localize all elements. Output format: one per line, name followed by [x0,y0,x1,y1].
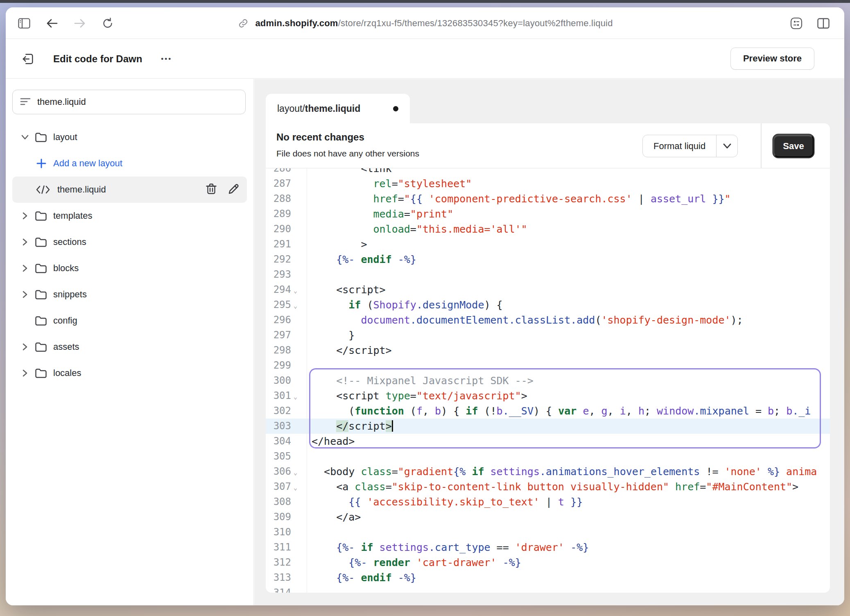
code-line-310[interactable]: 310 [266,525,830,540]
line-number: 289 [266,206,291,222]
more-actions-button[interactable]: ••• [161,55,172,63]
folder-icon [32,211,50,221]
address-bar[interactable]: admin.shopify.com/store/rzq1xu-f5/themes… [6,7,844,39]
code-text: {%- endif -%} [312,252,416,267]
code-line-312[interactable]: 312 {%- render 'cart-drawer' -%} [266,555,830,570]
line-number: 307 [266,479,291,494]
chevron-down-icon[interactable] [716,135,737,157]
tab-theme-liquid[interactable]: layout/theme.liquid [266,94,410,124]
code-line-291[interactable]: 291 > [266,237,830,252]
file-search-box[interactable] [12,90,246,114]
code-line-311[interactable]: 311 {%- if settings.cart_type == 'drawer… [266,540,830,555]
fold-chevron-icon[interactable]: ⌄ [294,299,303,314]
split-view-icon[interactable] [817,17,830,29]
code-text: <script> [312,282,386,297]
code-line-294[interactable]: 294⌄ <script> [266,282,830,297]
code-line-305[interactable]: 305 [266,449,830,464]
tree-item-label: locales [53,368,81,378]
code-line-296[interactable]: 296 document.documentElement.classList.a… [266,313,830,328]
code-line-302[interactable]: 302 (function (f, b) { if (!b.__SV) { va… [266,403,830,419]
line-number: 302 [266,403,291,419]
sidebar-item-layout[interactable]: layout [12,124,247,150]
code-text: {%- if settings.cart_type == 'drawer' -%… [312,540,589,555]
sidebar-item-blocks[interactable]: blocks [12,255,247,281]
unsaved-dot [393,106,398,111]
code-line-301[interactable]: 301⌄ <script type="text/javascript"> [266,388,830,403]
code-line-293[interactable]: 293 [266,267,830,282]
line-number: 295 [266,297,291,313]
code-line-288[interactable]: 288 href="{{ 'component-predictive-searc… [266,191,830,206]
code-line-299[interactable]: 299 [266,358,830,373]
chevron-right-icon[interactable] [18,343,32,351]
delete-file-icon[interactable] [206,183,217,196]
chevron-down-icon[interactable] [18,135,32,140]
sidebar-item-locales[interactable]: locales [12,360,247,386]
file-tree: layoutAdd a new layouttheme.liquidtempla… [12,124,247,386]
format-liquid-button[interactable]: Format liquid [642,135,738,157]
sidebar-item-snippets[interactable]: snippets [12,281,247,308]
code-line-290[interactable]: 290 onload="this.media='all'" [266,222,830,237]
line-number: 299 [266,358,291,373]
line-number: 290 [266,222,291,237]
add-layout-label: Add a new layout [53,158,122,169]
chevron-right-icon[interactable] [18,212,32,220]
sidebar-item-theme-liquid[interactable]: theme.liquid [12,177,247,203]
code-text: > [312,237,367,252]
fold-chevron-icon[interactable]: ⌄ [294,283,303,299]
sidebar-add-layout[interactable]: Add a new layout [12,150,247,177]
search-input[interactable] [37,97,238,107]
code-text: onload="this.media='all'" [312,222,527,237]
code-editor[interactable]: 286 <link287 rel="stylesheet"288 href="{… [266,168,830,593]
chevron-right-icon[interactable] [18,369,32,377]
code-text: {{ 'accessibility.skip_to_text' | t }} [312,494,583,510]
preview-store-button[interactable]: Preview store [730,48,814,70]
code-line-307[interactable]: 307⌄ <a class="skip-to-content-link butt… [266,479,830,494]
code-text: </a> [312,510,361,525]
line-number: 292 [266,252,291,267]
chevron-right-icon[interactable] [18,291,32,298]
line-number: 298 [266,343,291,358]
editor-main: layout/theme.liquid No recent changes Fi… [254,79,844,605]
code-line-297[interactable]: 297 } [266,328,830,343]
code-line-303[interactable]: 303 </script> [266,419,830,434]
code-line-295[interactable]: 295⌄ if (Shopify.designMode) { [266,297,830,313]
code-line-308[interactable]: 308 {{ 'accessibility.skip_to_text' | t … [266,494,830,510]
chevron-right-icon[interactable] [18,238,32,246]
code-text: if (Shopify.designMode) { [312,297,503,313]
exit-editor-icon[interactable] [22,53,34,65]
line-number: 294 [266,282,291,297]
fold-chevron-icon[interactable]: ⌄ [294,480,303,496]
rename-file-icon[interactable] [228,183,240,196]
code-line-314[interactable]: 314 [266,585,830,593]
code-line-300[interactable]: 300 <!-- Mixpanel Javascript SDK --> [266,373,830,388]
code-line-306[interactable]: 306⌄ <body class="gradient{% if settings… [266,464,830,479]
tree-item-label: layout [53,132,77,143]
header-divider [761,123,762,168]
fold-chevron-icon[interactable]: ⌄ [294,390,303,405]
extensions-icon[interactable] [790,17,803,29]
code-line-286[interactable]: 286 <link [266,168,830,176]
chevron-right-icon[interactable] [18,265,32,272]
code-line-313[interactable]: 313 {%- endif -%} [266,570,830,585]
code-line-304[interactable]: 304</head> [266,434,830,449]
sidebar-item-templates[interactable]: templates [12,203,247,229]
tree-item-label: config [53,315,77,326]
code-line-298[interactable]: 298 </script> [266,343,830,358]
code-text: media="print" [312,206,453,222]
save-button[interactable]: Save [773,135,814,157]
fold-chevron-icon[interactable]: ⌄ [294,465,303,480]
sidebar-item-config[interactable]: config [12,308,247,334]
code-line-289[interactable]: 289 media="print" [266,206,830,222]
code-line-309[interactable]: 309 </a> [266,510,830,525]
status-subtitle: File does not have any other versions [276,149,419,159]
line-number: 304 [266,434,291,449]
sidebar-item-sections[interactable]: sections [12,229,247,255]
code-text: <body class="gradient{% if settings.anim… [312,464,817,479]
sidebar-item-assets[interactable]: assets [12,334,247,360]
code-text: </script> [312,343,392,358]
tab-label: layout/theme.liquid [277,103,360,114]
line-number: 309 [266,510,291,525]
code-line-292[interactable]: 292 {%- endif -%} [266,252,830,267]
code-text: <link [312,168,392,176]
code-line-287[interactable]: 287 rel="stylesheet" [266,176,830,191]
